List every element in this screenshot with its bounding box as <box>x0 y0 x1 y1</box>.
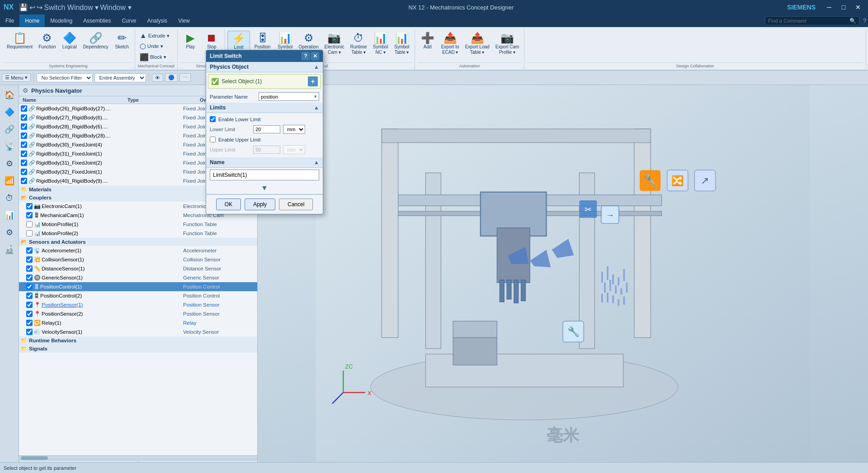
tree-row[interactable]: 📊 MotionProfile(1) Function Table <box>19 220 257 229</box>
lower-limit-input[interactable] <box>253 125 280 133</box>
parameter-name-select[interactable]: position ▾ <box>259 92 319 101</box>
tree-row[interactable]: 💨 VelocitySensor(1) Velocity Sensor <box>19 327 257 336</box>
runtime-table-btn[interactable]: ⏱ RuntimeTable ▾ <box>348 31 369 56</box>
snap-btn[interactable]: 🔵 <box>165 73 178 82</box>
sidebar-analysis-icon[interactable]: 🔬 <box>1 241 18 258</box>
menu-analysis[interactable]: Analysis <box>142 14 173 27</box>
menu-modeling[interactable]: Modeling <box>45 14 78 27</box>
sensor-checkbox-8[interactable] <box>26 311 33 317</box>
physics-obj-add-btn[interactable]: + <box>308 76 318 86</box>
cancel-button[interactable]: Cancel <box>279 199 313 210</box>
switch-window-btn[interactable]: Switch Window ▾ <box>44 3 99 12</box>
upper-unit-select[interactable]: mm <box>283 145 305 154</box>
nav-scroll-bar[interactable] <box>19 455 257 460</box>
sensor-checkbox-1[interactable] <box>26 247 33 254</box>
command-search-input[interactable] <box>768 18 849 24</box>
nav-scroll-thumb[interactable] <box>21 456 48 460</box>
save-icon[interactable]: 💾 <box>19 3 28 12</box>
sidebar-settings-icon[interactable]: ⚙ <box>1 224 18 241</box>
tree-row[interactable]: 🔁 Relay(1) Relay <box>19 318 257 327</box>
selection-filter-select[interactable]: No Selection Filter <box>37 73 93 82</box>
sensor-checkbox-7[interactable] <box>26 302 33 308</box>
section-sensors-actuators[interactable]: 📂 Sensors and Actuators <box>19 238 257 246</box>
enable-lower-limit-checkbox[interactable] <box>210 116 216 122</box>
menu-view[interactable]: View <box>173 14 195 27</box>
menu-dropdown-btn[interactable]: ☰ Menu ▾ <box>2 73 31 82</box>
requirement-button[interactable]: 📋 Requirement <box>5 31 35 51</box>
logical-button[interactable]: 🔷 Logical <box>60 31 80 51</box>
coupler-checkbox-1[interactable] <box>26 203 33 209</box>
export-cam-profile-btn[interactable]: 📷 Export CamProfile ▾ <box>493 31 522 56</box>
assembly-filter-select[interactable]: Entire Assembly <box>94 73 146 82</box>
more-tools-btn[interactable]: ⋯ <box>179 73 191 82</box>
view-tools-btn[interactable]: 👁 <box>152 74 163 82</box>
ok-button[interactable]: OK <box>216 199 241 210</box>
sensor-checkbox-6[interactable] <box>26 293 33 299</box>
electronic-cam-ribbon-btn[interactable]: 📷 ElectronicCam ▾ <box>322 31 347 56</box>
row-checkbox-8[interactable] <box>21 169 27 175</box>
coupler-checkbox-2[interactable] <box>26 212 33 218</box>
extrude-button[interactable]: ▲ Extrude ▾ <box>138 31 171 41</box>
maximize-button[interactable]: □ <box>837 3 850 12</box>
export-ecad-btn[interactable]: 📤 Export toECAD ▾ <box>439 31 462 56</box>
name-input[interactable] <box>210 170 319 180</box>
dialog-close-btn[interactable]: ✕ <box>311 52 319 60</box>
toolbar-icons[interactable]: 💾 ↩ ↪ Switch Window ▾ Window ▾ <box>19 3 131 12</box>
dependency-button[interactable]: 🔗 Dependency <box>81 31 111 51</box>
row-checkbox-3[interactable] <box>21 123 27 130</box>
tree-row[interactable]: 💥 CollisionSensor(1) Collision Sensor <box>19 255 257 264</box>
search-box[interactable]: 🔍 <box>765 16 859 25</box>
tree-row[interactable]: 📍 PositionSensor(2) Position Sensor <box>19 309 257 318</box>
coupler-checkbox-4[interactable] <box>26 230 33 236</box>
apply-button[interactable]: Apply <box>245 199 275 210</box>
row-checkbox-9[interactable] <box>21 178 27 184</box>
add-button[interactable]: ➕ Add <box>418 31 438 51</box>
tree-row[interactable]: 🎛 PositionControl(2) Position Control <box>19 291 257 300</box>
row-checkbox-1[interactable] <box>21 105 27 112</box>
unite-button[interactable]: ⬡ Unite ▾ <box>138 41 171 52</box>
sidebar-runtime-icon[interactable]: ⏱ <box>1 190 18 206</box>
operation-ribbon-btn[interactable]: ⚙ Operation <box>297 31 321 51</box>
sidebar-joints-icon[interactable]: 🔗 <box>1 121 18 137</box>
sidebar-home-icon[interactable]: 🏠 <box>1 87 18 103</box>
dialog-help-btn[interactable]: ? <box>302 52 310 60</box>
sidebar-couplers-icon[interactable]: ⚙ <box>1 156 18 172</box>
section-runtime[interactable]: 📁 Runtime Behaviors <box>19 336 257 345</box>
minimize-button[interactable]: ─ <box>823 3 835 12</box>
help-icon[interactable]: ? <box>863 18 866 24</box>
sensor-checkbox-2[interactable] <box>26 256 33 263</box>
sensor-checkbox-4[interactable] <box>26 274 33 281</box>
block-button[interactable]: ⬛ Block ▾ <box>138 52 171 62</box>
menu-assemblies[interactable]: Assemblies <box>78 14 116 27</box>
sidebar-bodies-icon[interactable]: 🔷 <box>1 104 18 120</box>
enable-upper-limit-checkbox[interactable] <box>210 137 216 142</box>
upper-limit-input[interactable] <box>253 146 280 154</box>
menu-file[interactable]: File <box>0 14 19 27</box>
row-checkbox-4[interactable] <box>21 132 27 139</box>
viewport[interactable]: 🔧 🔀 ↗ ✂ → 🔧 X ZC 毫米 <box>258 85 868 469</box>
tree-row[interactable]: 📡 Accelerometer(1) Accelerometer <box>19 246 257 255</box>
symbol-nc-btn[interactable]: 📊 SymbolNC ▾ <box>371 31 391 56</box>
tree-row-selected[interactable]: 🎛 PositionControl(1) Position Control <box>19 282 257 291</box>
nav-settings-icon[interactable]: ⚙ <box>23 87 28 94</box>
physics-object-toggle[interactable]: ▲ <box>314 64 319 70</box>
name-toggle[interactable]: ▲ <box>314 159 319 166</box>
menu-home[interactable]: Home <box>19 14 45 27</box>
export-load-table-btn[interactable]: 📤 Export LoadTable ▾ <box>463 31 492 56</box>
function-button[interactable]: ⚙ Function <box>36 31 58 51</box>
menu-curve[interactable]: Curve <box>116 14 142 27</box>
tree-row[interactable]: 🔘 GenericSensor(1) Generic Sensor <box>19 273 257 282</box>
undo-icon[interactable]: ↩ <box>29 3 35 12</box>
sidebar-sensors-icon[interactable]: 📡 <box>1 138 18 155</box>
sensor-checkbox-5[interactable] <box>26 284 33 290</box>
sketch-button[interactable]: ✏ Sketch <box>112 31 132 51</box>
sidebar-chart-icon[interactable]: 📊 <box>1 207 18 223</box>
tree-row[interactable]: 📏 DistanceSensor(1) Distance Sensor <box>19 264 257 273</box>
sensor-checkbox-3[interactable] <box>26 265 33 272</box>
lower-unit-select[interactable]: mm <box>283 125 305 134</box>
dialog-collapse-btn[interactable]: ▼ <box>261 184 268 192</box>
limits-toggle[interactable]: ▲ <box>314 104 319 111</box>
section-signals[interactable]: 📁 Signals <box>19 345 257 353</box>
close-button[interactable]: ✕ <box>852 3 864 12</box>
sensor-checkbox-10[interactable] <box>26 329 33 335</box>
